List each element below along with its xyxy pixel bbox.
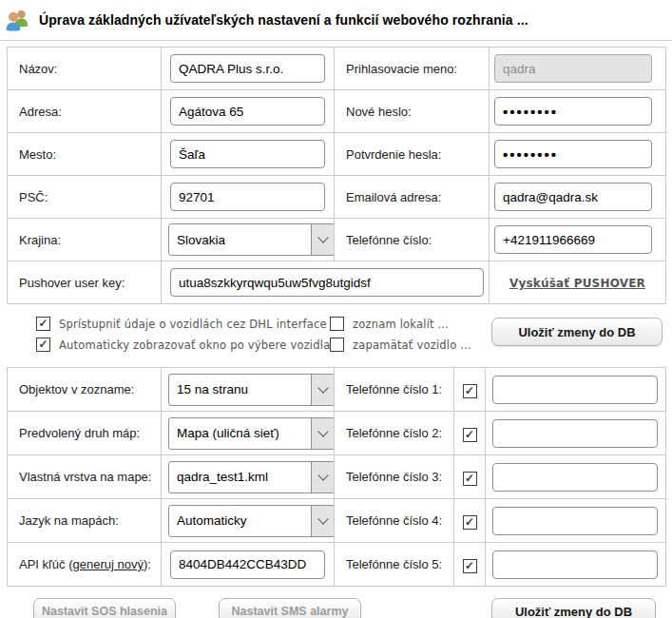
ulozit-zmeny-button-bottom[interactable]: Uložiť zmeny do DB [491,598,656,618]
select-value: qadra_test1.kml [169,462,311,492]
account-settings-table: Názov: Prihlasovacie meno: Adresa: Nové … [7,47,666,304]
page-title: Úprava základných užívateľských nastaven… [39,12,528,28]
field-label: Telefónne číslo 4: [335,499,454,543]
field-label: Jazyk na mapách: [8,499,162,543]
krajina-select[interactable]: Slovakia [168,223,335,256]
nazov-input[interactable] [170,54,325,83]
api-kluc-input[interactable] [170,550,325,579]
table-row: API kľúč (generuj nový): Telefónne číslo… [8,543,666,587]
api-label-prefix: API kľúč ( [19,557,73,571]
telefonne-cislo-5-checkbox[interactable] [463,559,477,573]
checkbox-section: Sprístupniť údaje o vozidlách cez DHL in… [7,314,665,361]
nastavit-sms-button[interactable]: Nastavit SMS alarmy [219,598,361,618]
field-label: Pushover user key: [8,261,162,304]
telefonne-cislo-3-input[interactable] [492,463,658,492]
users-icon [4,7,30,33]
telefonne-cislo-1-checkbox[interactable] [463,384,477,398]
telefonne-cislo-1-input[interactable] [492,376,658,404]
email-input[interactable] [494,183,652,211]
vlastna-vrstva-select[interactable]: qadra_test1.kml [168,461,335,493]
options-table: Objektov v zozname: 15 na stranu Telefón… [7,367,666,587]
field-label: Adresa: [8,90,162,133]
field-label: PSČ: [8,176,162,219]
chevron-down-icon [311,375,335,405]
chevron-down-icon [311,462,335,492]
field-label: Nové heslo: [335,90,490,133]
select-value: Slovakia [169,224,311,255]
table-row: Krajina: Slovakia Telefónne číslo: [8,219,666,261]
page-header: Úprava základných užívateľských nastaven… [0,0,672,41]
zoznam-lokalit-checkbox[interactable] [330,317,344,331]
field-label: Telefónne číslo 5: [335,543,454,587]
field-label: Objektov v zozname: [8,368,162,412]
table-row: Predvolený druh máp: Mapa (uličná sieť) … [8,412,666,455]
ulozit-zmeny-button-top[interactable]: Uložiť zmeny do DB [491,318,662,346]
telefonne-cislo-2-input[interactable] [492,419,658,448]
table-row: Objektov v zozname: 15 na stranu Telefón… [8,368,666,412]
vyskusat-pushover-link[interactable]: Vyskúšať PUSHOVER [509,277,645,290]
mesto-input[interactable] [170,140,325,168]
dhl-interface-checkbox[interactable] [36,317,50,331]
field-label: Vlastná vrstva na mape: [8,455,162,499]
auto-okno-checkbox[interactable] [36,338,50,352]
psc-input[interactable] [170,183,325,211]
nove-heslo-input[interactable] [494,97,652,126]
table-row: PSČ: Emailová adresa: [8,176,666,219]
checkbox-label: zoznam lokalít ... [353,318,449,331]
pushover-key-input[interactable] [170,268,484,297]
table-row: Vlastná vrstva na mape: qadra_test1.kml … [8,455,666,499]
field-label: Telefónne číslo 1: [335,368,454,412]
telefonne-cislo-5-input[interactable] [492,550,658,579]
jazyk-select[interactable]: Automaticky [168,505,335,537]
select-value: Mapa (uličná sieť) [169,418,311,449]
generuj-novy-link[interactable]: generuj nový [73,557,144,571]
telefonne-cislo-2-checkbox[interactable] [463,428,477,442]
field-label: Názov: [8,48,162,90]
field-label: Emailová adresa: [335,176,490,219]
api-label-suffix: ): [144,557,151,571]
field-label: Prihlasovacie meno: [335,48,490,90]
checkbox-label: zapamätať vozidlo ... [353,338,471,352]
field-label: Telefónne číslo 3: [335,455,454,499]
field-label: Telefónne číslo: [335,219,490,261]
select-value: Automaticky [169,506,311,536]
select-value: 15 na stranu [169,375,311,405]
field-label: Telefónne číslo 2: [335,412,454,455]
field-label: Mesto: [8,133,162,176]
zapamatat-vozidlo-checkbox[interactable] [330,338,344,352]
field-label: API kľúč (generuj nový): [8,543,162,587]
table-row: Pushover user key: Vyskúšať PUSHOVER [8,261,666,304]
field-label: Krajina: [8,219,162,261]
telefonne-cislo-input[interactable] [494,225,652,254]
field-label: Predvolený druh máp: [8,412,162,455]
table-row: Názov: Prihlasovacie meno: [8,48,666,90]
prihlasovacie-meno-input [494,54,652,83]
telefonne-cislo-4-checkbox[interactable] [463,515,477,530]
objektov-v-zozname-select[interactable]: 15 na stranu [168,374,335,406]
checkbox-label: Automaticky zobrazovať okno po výbere vo… [59,338,345,352]
nastavit-sos-button[interactable]: Nastavit SOS hlasenia [33,598,176,618]
druh-map-select[interactable]: Mapa (uličná sieť) [168,417,335,450]
chevron-down-icon [311,224,335,255]
field-label: Potvrdenie hesla: [335,133,490,176]
chevron-down-icon [311,506,335,536]
checkbox-label: Sprístupniť údaje o vozidlách cez DHL in… [59,318,341,331]
table-row: Adresa: Nové heslo: [8,90,666,133]
footer-buttons: Nastavit SOS hlasenia Nastavit SMS alarm… [0,597,672,618]
adresa-input[interactable] [170,97,325,126]
telefonne-cislo-4-input[interactable] [492,507,658,535]
potvrdenie-hesla-input[interactable] [494,140,652,168]
chevron-down-icon [311,418,335,449]
table-row: Jazyk na mapách: Automaticky Telefónne č… [8,499,666,543]
table-row: Mesto: Potvrdenie hesla: [8,133,666,176]
telefonne-cislo-3-checkbox[interactable] [463,472,477,486]
